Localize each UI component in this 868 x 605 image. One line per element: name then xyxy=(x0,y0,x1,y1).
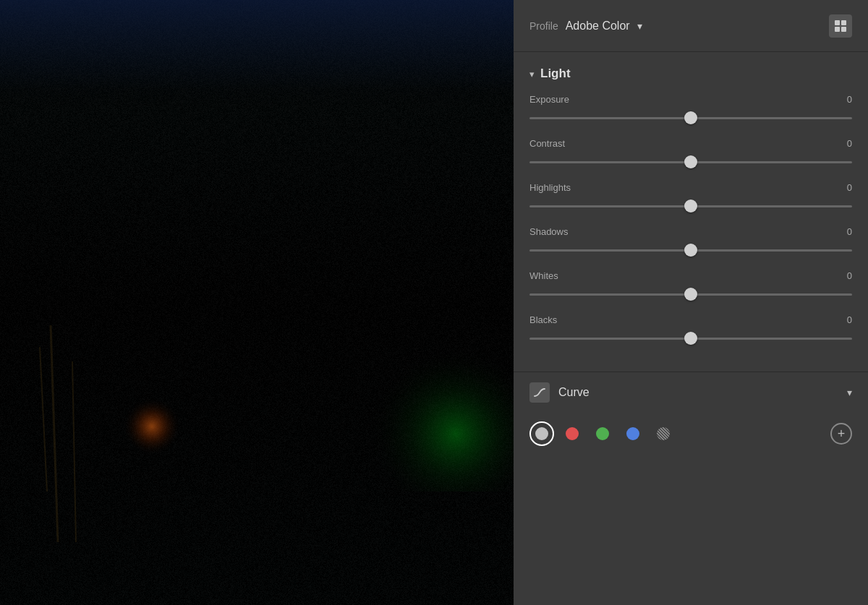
curve-icon-box xyxy=(529,382,550,403)
slider-row-blacks: Blacks0 xyxy=(529,314,852,346)
slider-thumb-exposure[interactable] xyxy=(684,111,697,124)
slider-track-inner-whites xyxy=(529,293,852,296)
slider-track-blacks[interactable] xyxy=(529,331,852,346)
curve-chevron-icon: ▾ xyxy=(847,387,852,398)
profile-left: Profile Adobe Color ▾ xyxy=(529,20,642,33)
profile-chevron-icon[interactable]: ▾ xyxy=(637,20,642,32)
channel-btn-luminance[interactable] xyxy=(529,421,554,446)
slider-label-row-shadows: Shadows0 xyxy=(529,226,852,237)
slider-track-inner-contrast xyxy=(529,161,852,163)
light-header[interactable]: ▾ Light xyxy=(529,66,852,81)
slider-row-exposure: Exposure0 xyxy=(529,94,852,125)
curve-header[interactable]: Curve ▾ xyxy=(514,372,868,413)
slider-row-whites: Whites0 xyxy=(529,270,852,301)
slider-label-exposure: Exposure xyxy=(529,94,569,105)
light-section: ▾ Light Exposure0Contrast0Highlights0Sha… xyxy=(514,52,868,366)
slider-track-contrast[interactable] xyxy=(529,155,852,169)
slider-label-row-blacks: Blacks0 xyxy=(529,314,852,325)
curve-icon xyxy=(533,386,546,399)
slider-label-shadows: Shadows xyxy=(529,226,568,237)
slider-value-contrast: 0 xyxy=(847,138,852,149)
right-panel: Profile Adobe Color ▾ ▾ Light Exposure0C… xyxy=(514,0,868,605)
slider-value-whites: 0 xyxy=(847,270,852,281)
profile-label: Profile xyxy=(529,20,558,32)
slider-track-whites[interactable] xyxy=(529,287,852,301)
slider-label-contrast: Contrast xyxy=(529,138,565,149)
slider-label-row-whites: Whites0 xyxy=(529,270,852,281)
channel-btn-green[interactable] xyxy=(590,421,615,446)
slider-thumb-shadows[interactable] xyxy=(684,244,697,257)
slider-track-inner-blacks xyxy=(529,338,852,340)
slider-row-contrast: Contrast0 xyxy=(529,138,852,169)
curve-title: Curve xyxy=(558,386,590,399)
channel-dot-luminance xyxy=(535,427,548,440)
slider-value-shadows: 0 xyxy=(847,226,852,237)
profile-value[interactable]: Adobe Color xyxy=(566,20,630,33)
light-chevron-icon: ▾ xyxy=(529,69,535,80)
slider-thumb-contrast[interactable] xyxy=(684,155,697,168)
slider-row-highlights: Highlights0 xyxy=(529,182,852,213)
slider-thumb-blacks[interactable] xyxy=(684,332,697,345)
slider-track-inner-exposure xyxy=(529,117,852,119)
sliders-container: Exposure0Contrast0Highlights0Shadows0Whi… xyxy=(529,94,852,346)
slider-track-inner-shadows xyxy=(529,249,852,252)
slider-thumb-whites[interactable] xyxy=(684,288,697,301)
channels-container xyxy=(529,421,676,446)
channel-dot-blue xyxy=(626,427,639,440)
slider-row-shadows: Shadows0 xyxy=(529,226,852,257)
curve-section: Curve ▾ + xyxy=(514,372,868,455)
slider-label-row-highlights: Highlights0 xyxy=(529,182,852,193)
add-point-button[interactable]: + xyxy=(830,423,852,445)
channel-btn-blue[interactable] xyxy=(621,421,645,446)
slider-label-row-exposure: Exposure0 xyxy=(529,94,852,105)
slider-value-blacks: 0 xyxy=(847,314,852,325)
photo-panel xyxy=(0,0,514,605)
hsl-icon xyxy=(656,426,671,441)
curve-channels: + xyxy=(514,413,868,455)
slider-label-whites: Whites xyxy=(529,270,558,281)
slider-thumb-highlights[interactable] xyxy=(684,199,697,213)
grid-icon xyxy=(835,20,846,32)
slider-track-shadows[interactable] xyxy=(529,243,852,257)
channel-dot-green xyxy=(596,427,609,440)
photo-canvas xyxy=(0,0,514,605)
slider-track-highlights[interactable] xyxy=(529,199,852,213)
slider-value-highlights: 0 xyxy=(847,182,852,193)
slider-track-inner-highlights xyxy=(529,205,852,207)
slider-value-exposure: 0 xyxy=(847,94,852,105)
channel-btn-red[interactable] xyxy=(560,421,584,446)
slider-label-highlights: Highlights xyxy=(529,182,571,193)
slider-label-row-contrast: Contrast0 xyxy=(529,138,852,149)
curve-header-left: Curve xyxy=(529,382,590,403)
channel-dot-red xyxy=(566,427,579,440)
channel-btn-hsl[interactable] xyxy=(651,421,676,446)
slider-track-exposure[interactable] xyxy=(529,111,852,125)
slider-label-blacks: Blacks xyxy=(529,314,557,325)
light-title: Light xyxy=(540,66,571,81)
profile-bar: Profile Adobe Color ▾ xyxy=(514,0,868,52)
grid-icon-button[interactable] xyxy=(829,14,852,38)
